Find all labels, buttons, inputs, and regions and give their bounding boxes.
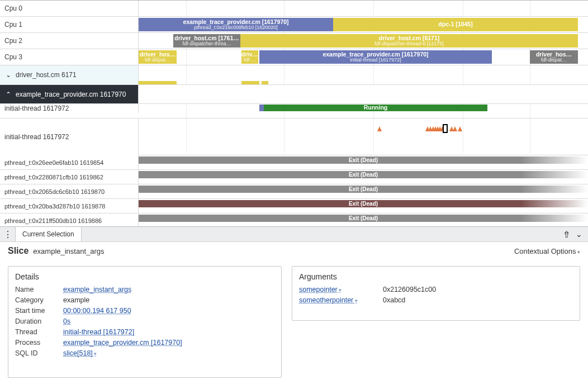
chevron-up-icon: ⌃ <box>4 91 12 98</box>
instant-event-arrow[interactable] <box>453 126 457 131</box>
timeline-slice[interactable]: driver_hos…fdf-dispat… <box>530 50 578 64</box>
thread-label: initial-thread 1617972 <box>4 105 69 112</box>
panel-title: Arguments <box>299 272 573 281</box>
running-slice[interactable]: Running <box>264 105 487 111</box>
group-label: driver_host.cm 6171 <box>16 71 77 79</box>
detail-key: Start time <box>15 307 63 315</box>
timeline-slice[interactable]: example_trace_provider.cm [1617970]initi… <box>259 50 492 64</box>
detail-key: Name <box>15 286 63 293</box>
cpu-label: Cpu 2 <box>0 33 139 49</box>
dead-state-bar[interactable]: Exit (Dead) <box>139 171 588 178</box>
slice-name: example_instant_args <box>33 247 104 255</box>
chevron-down-icon: ⌄ <box>4 71 12 79</box>
slice-heading: Slice <box>8 246 29 256</box>
track-group-driver-host[interactable]: ⌄driver_host.cm 6171 <box>0 65 588 85</box>
argument-key[interactable]: somepointer <box>299 286 383 293</box>
cpu-track-row[interactable]: Cpu 0 <box>0 1 588 17</box>
dead-thread-row[interactable]: pthread_t:0x2280871cfb10 1619862Exit (De… <box>0 170 588 184</box>
thread-label: initial-thread 1617972 <box>4 133 69 141</box>
detail-value[interactable]: slice[518] <box>63 349 274 357</box>
details-menu-button[interactable]: ⋮ <box>0 227 16 241</box>
cpu-track-row[interactable]: Cpu 3driver_hos…fdf-dispat…driv…fdf-…exa… <box>0 49 588 65</box>
detail-key: Duration <box>15 317 63 325</box>
cpu-track-row[interactable]: Cpu 1example_trace_provider.cm [1617970]… <box>0 17 588 33</box>
thread-state-row[interactable]: initial-thread 1617972 Running <box>0 104 588 118</box>
argument-value: 0xabcd <box>383 296 573 304</box>
arguments-panel: Arguments somepointer0x2126095c1c00someo… <box>292 266 580 321</box>
argument-key[interactable]: someotherpointer <box>299 296 383 304</box>
tab-current-selection[interactable]: Current Selection <box>16 227 82 241</box>
details-header: ⋮ Current Selection ⇮ ⌄ <box>0 226 588 242</box>
dead-thread-row[interactable]: pthread_t:0x211ff500db10 1619886Exit (De… <box>0 214 588 226</box>
timeline-slice[interactable]: driver_host.cm [6171]fdf-dispatcher-thre… <box>240 34 578 48</box>
chevron-down-icon[interactable]: ⌄ <box>576 230 582 239</box>
detail-key: Process <box>15 339 63 347</box>
detail-value: example <box>63 296 274 304</box>
dead-state-bar[interactable]: Exit (Dead) <box>139 200 588 207</box>
timeline-slice[interactable]: example_trace_provider.cm [1617970]pthre… <box>139 18 333 31</box>
detail-value[interactable]: example_instant_args <box>63 286 274 293</box>
group-label: example_trace_provider.cm 1617970 <box>16 91 126 98</box>
detail-value[interactable]: 0s <box>63 317 274 325</box>
timeline-slice[interactable]: driver_hos…fdf-dispat… <box>139 50 177 64</box>
timeline-slice[interactable]: driv…fdf-… <box>241 50 258 64</box>
dead-state-bar[interactable]: Exit (Dead) <box>139 156 588 164</box>
detail-key: SQL ID <box>15 349 63 357</box>
timeline-tracks: Cpu 0Cpu 1example_trace_provider.cm [161… <box>0 0 588 226</box>
detail-value[interactable]: example_trace_provider.cm [1617970] <box>63 339 274 347</box>
instant-event-arrow[interactable] <box>458 126 462 131</box>
cpu-label: Cpu 0 <box>0 1 139 16</box>
argument-value: 0x2126095c1c00 <box>383 286 573 293</box>
contextual-options-button[interactable]: Contextual Options <box>514 247 580 255</box>
dead-thread-row[interactable]: pthread_t:0x26ee0e6fab10 1619854Exit (De… <box>0 155 588 170</box>
detail-value[interactable]: 00:00:00.194 617 950 <box>63 307 274 315</box>
dead-state-bar[interactable]: Exit (Dead) <box>139 215 588 222</box>
timeline-slice[interactable]: dpc-1 [1045] <box>333 18 578 31</box>
detail-key: Thread <box>15 328 63 336</box>
track-group-example-trace[interactable]: ⌃example_trace_provider.cm 1617970 <box>0 85 588 104</box>
cpu-track-row[interactable]: Cpu 2driver_host.cm [1761…fdf-dispatcher… <box>0 33 588 49</box>
instant-event-arrow[interactable] <box>377 126 382 131</box>
pin-icon[interactable]: ⇮ <box>563 229 570 240</box>
panel-title: Details <box>15 272 274 281</box>
slice-title-bar: Slice example_instant_args Contextual Op… <box>8 246 580 256</box>
dead-state-bar[interactable]: Exit (Dead) <box>139 186 588 193</box>
selected-instant-event[interactable] <box>443 124 448 133</box>
detail-key: Category <box>15 296 63 304</box>
dead-thread-row[interactable]: pthread_t:0x2065dc6c6b10 1619870Exit (De… <box>0 184 588 199</box>
timeline-slice[interactable]: driver_host.cm [1761…fdf-dispatcher-thre… <box>173 34 240 48</box>
dead-thread-row[interactable]: pthread_t:0x20ba3d287b10 1619878Exit (De… <box>0 199 588 214</box>
cpu-label: Cpu 3 <box>0 49 139 65</box>
detail-value[interactable]: initial-thread [1617972] <box>63 328 274 336</box>
cpu-label: Cpu 1 <box>0 17 139 32</box>
details-panel: Details Nameexample_instant_argsCategory… <box>8 266 282 378</box>
instant-events-row[interactable]: initial-thread 1617972 <box>0 118 588 155</box>
